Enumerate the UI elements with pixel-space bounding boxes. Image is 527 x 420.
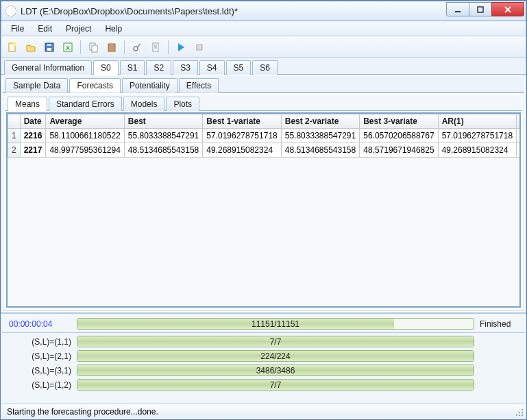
outer-tab-s4[interactable]: S4 <box>199 60 225 75</box>
toolbar: X <box>1 36 526 58</box>
col-best[interactable]: Best <box>124 114 202 129</box>
col-best-1-variate[interactable]: Best 1-variate <box>203 114 281 129</box>
col-average[interactable]: Average <box>46 114 124 129</box>
cell[interactable]: 48.5719671946825 <box>360 143 438 158</box>
copy-button[interactable] <box>85 39 101 55</box>
row-number: 1 <box>8 129 21 143</box>
outer-tab-s5[interactable]: S5 <box>226 60 252 75</box>
timer-label: 00:00:00:04 <box>6 319 71 329</box>
col-ar-1-[interactable]: AR(1) <box>438 114 516 129</box>
cell[interactable]: 48.5134685543158 <box>281 143 359 158</box>
main-progress-bar: 11151/11151 <box>77 318 474 330</box>
run-button[interactable] <box>173 39 189 55</box>
sub-prog-label: (S,L)=(1,1) <box>6 337 71 347</box>
main-progress-text: 11151/11151 <box>77 319 474 329</box>
cell-date[interactable]: 2217 <box>20 143 46 158</box>
inner-tab-plots[interactable]: Plots <box>166 97 199 111</box>
cell[interactable]: 55.8033388547291 <box>124 129 202 143</box>
sub-progress-bar: 7/7 <box>77 336 474 347</box>
maximize-button[interactable] <box>469 2 492 16</box>
paste-button[interactable] <box>103 39 120 55</box>
sub-progress-bar: 7/7 <box>77 379 474 391</box>
col-best-3-variate[interactable]: Best 3-variate <box>360 114 438 129</box>
svg-rect-12 <box>110 43 113 45</box>
inner-tab-strip: MeansStandard ErrorsModelsPlots <box>5 95 522 111</box>
minimize-button[interactable] <box>446 2 469 16</box>
cell[interactable]: 48.5134685543158 <box>124 143 202 158</box>
data-grid[interactable]: DateAverageBestBest 1-variateBest 2-vari… <box>6 112 521 308</box>
cell[interactable]: 49.268915082324 <box>438 143 516 158</box>
stop-button[interactable] <box>191 39 208 55</box>
inner-tab-means[interactable]: Means <box>8 97 47 111</box>
svg-rect-1 <box>478 7 483 12</box>
sub-prog-label: (S,L)=(3,1) <box>6 366 71 375</box>
outer-tab-general-information[interactable]: General Information <box>4 60 92 75</box>
col-best-2-variate[interactable]: Best 2-variate <box>281 114 359 129</box>
menu-edit[interactable]: Edit <box>31 22 59 36</box>
sub-progress-bar: 224/224 <box>77 350 474 362</box>
sub-prog-label: (S,L)=(1,2) <box>6 380 71 390</box>
mid-tab-strip: Sample DataForecastsPotentialityEffects <box>3 76 524 92</box>
outer-tab-s2[interactable]: S2 <box>146 60 171 75</box>
settings-button[interactable] <box>129 39 145 55</box>
save-button[interactable] <box>41 39 58 55</box>
table-row[interactable]: 2221748.997759536129448.513468554315849.… <box>8 143 522 158</box>
mid-tab-effects[interactable]: Effects <box>179 78 219 92</box>
cell[interactable]: 55.8033388547291 <box>281 129 359 143</box>
mid-tab-forecasts[interactable]: Forecasts <box>69 78 121 92</box>
cell-date[interactable]: 2216 <box>20 129 46 143</box>
cell[interactable]: 56.0570206588767 <box>360 129 438 143</box>
outer-tab-s1[interactable]: S1 <box>120 60 145 75</box>
sub-progress-text: 7/7 <box>77 380 474 390</box>
menu-file[interactable]: File <box>4 22 31 36</box>
svg-rect-6 <box>47 44 51 46</box>
menu-help[interactable]: Help <box>98 22 129 36</box>
outer-tab-s6[interactable]: S6 <box>252 60 278 75</box>
sub-prog-label: (S,L)=(2,1) <box>6 351 71 361</box>
sub-progress-text: 7/7 <box>77 336 474 347</box>
row-number: 2 <box>8 143 21 158</box>
outer-tab-s3[interactable]: S3 <box>173 60 198 75</box>
mid-tab-potentiality[interactable]: Potentiality <box>122 78 177 92</box>
inner-tab-standard-errors[interactable]: Standard Errors <box>49 97 122 111</box>
status-bar: Starting the forecasting procedure...don… <box>1 404 526 419</box>
svg-rect-10 <box>92 45 97 52</box>
outer-tab-s0[interactable]: S0 <box>93 60 119 75</box>
svg-rect-15 <box>197 45 202 50</box>
app-icon <box>5 5 16 16</box>
cell[interactable]: 57.0196278751718 <box>203 129 281 143</box>
cell[interactable]: 57.0196278751718 <box>438 129 516 143</box>
cell[interactable]: 48.9977595361294 <box>46 143 124 158</box>
svg-text:X: X <box>66 45 70 51</box>
inner-tab-models[interactable]: Models <box>123 97 165 111</box>
close-button[interactable] <box>491 2 524 16</box>
forecast-table: DateAverageBestBest 1-variateBest 2-vari… <box>8 114 521 158</box>
excel-button[interactable]: X <box>60 39 76 55</box>
titlebar[interactable]: LDT (E:\DropBox\Dropbox\Documents\Papers… <box>1 1 526 21</box>
progress-area: 00:00:00:04 11151/11151 Finished (S,L)=(… <box>1 313 526 393</box>
doc-button[interactable] <box>147 39 164 55</box>
svg-point-3 <box>12 42 16 47</box>
sub-progress-text: 3486/3486 <box>77 365 474 375</box>
svg-rect-14 <box>153 43 158 51</box>
menubar: File Edit Project Help <box>1 21 526 36</box>
status-text: Starting the forecasting procedure...don… <box>7 407 158 417</box>
cell[interactable]: 58.1100661180522 <box>46 129 124 143</box>
sub-progress-text: 224/224 <box>77 351 474 361</box>
main-progress-status: Finished <box>480 319 521 329</box>
menu-project[interactable]: Project <box>59 22 98 36</box>
table-row[interactable]: 1221658.110066118052255.803338854729157.… <box>8 129 522 143</box>
outer-tab-strip: General InformationS0S1S2S3S4S5S6 <box>1 58 526 75</box>
resize-grip[interactable] <box>515 408 524 417</box>
sub-progress-bar: 3486/3486 <box>77 365 474 376</box>
mid-tab-sample-data[interactable]: Sample Data <box>5 78 68 92</box>
cell[interactable]: 49.268915082324 <box>203 143 281 158</box>
svg-rect-0 <box>455 11 461 12</box>
svg-rect-5 <box>47 48 51 51</box>
col-date[interactable]: Date <box>20 114 46 129</box>
open-button[interactable] <box>23 39 39 55</box>
new-button[interactable] <box>4 39 21 55</box>
